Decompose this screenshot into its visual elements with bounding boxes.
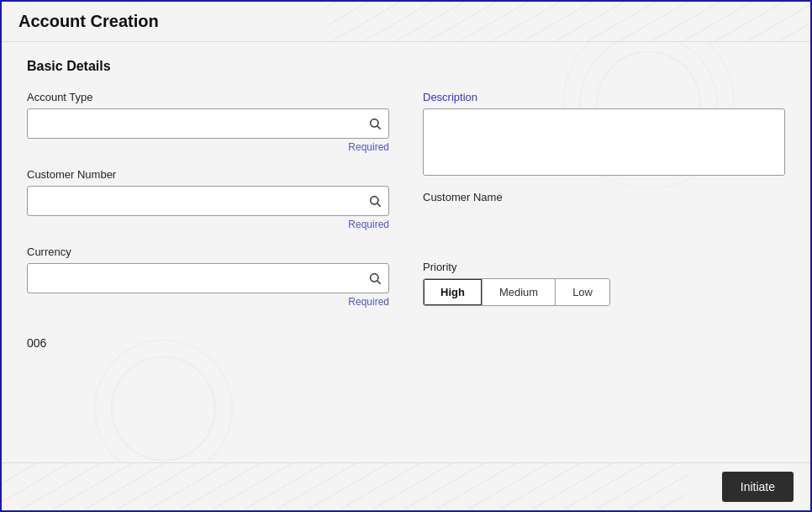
left-column: Account Type Required Custo <box>27 91 389 323</box>
customer-number-input[interactable] <box>28 187 361 215</box>
modal-container: Account Creation Basic Details Account T… <box>0 0 812 512</box>
form-content: Basic Details Account Type <box>2 42 810 462</box>
search-icon <box>368 272 382 285</box>
priority-low-button[interactable]: Low <box>556 279 609 305</box>
search-icon <box>368 117 382 130</box>
account-type-group: Account Type Required <box>27 91 389 153</box>
record-id: 006 <box>27 336 785 350</box>
svg-point-0 <box>371 119 378 127</box>
priority-high-button[interactable]: High <box>424 279 482 305</box>
customer-name-display <box>423 208 785 239</box>
right-column: Description Customer Name Priority High … <box>423 91 785 323</box>
account-type-required: Required <box>27 141 389 153</box>
customer-number-required: Required <box>27 219 389 230</box>
account-type-input-wrapper <box>27 108 389 139</box>
svg-line-3 <box>377 203 381 207</box>
modal-header: Account Creation <box>2 2 810 42</box>
currency-search-button[interactable] <box>361 272 388 285</box>
customer-name-label: Customer Name <box>423 191 785 203</box>
customer-number-search-button[interactable] <box>361 194 388 208</box>
currency-label: Currency <box>27 245 389 258</box>
customer-name-group: Customer Name <box>423 191 785 239</box>
account-type-search-button[interactable] <box>361 117 388 130</box>
form-grid: Account Type Required Custo <box>27 91 785 323</box>
initiate-button[interactable]: Initiate <box>722 472 794 502</box>
svg-line-5 <box>377 281 381 284</box>
currency-input-wrapper <box>27 263 389 293</box>
description-label: Description <box>423 91 785 103</box>
svg-point-4 <box>371 274 378 282</box>
priority-medium-button[interactable]: Medium <box>482 279 556 305</box>
currency-required: Required <box>27 296 389 308</box>
customer-number-group: Customer Number Required <box>27 168 389 230</box>
currency-group: Currency Required <box>27 245 389 308</box>
search-icon <box>368 194 382 208</box>
description-group: Description <box>423 91 785 176</box>
account-type-label: Account Type <box>27 91 389 103</box>
svg-point-2 <box>371 197 378 204</box>
svg-line-1 <box>377 126 381 129</box>
currency-input[interactable] <box>28 264 361 293</box>
account-type-input[interactable] <box>28 109 361 138</box>
priority-label: Priority <box>423 261 785 273</box>
customer-number-input-wrapper <box>27 186 389 216</box>
page-title: Account Creation <box>18 12 159 30</box>
priority-group: Priority High Medium Low <box>423 261 785 306</box>
description-textarea[interactable] <box>423 108 785 176</box>
modal-footer: Initiate <box>2 462 810 510</box>
customer-number-label: Customer Number <box>27 168 389 181</box>
section-title: Basic Details <box>27 59 785 74</box>
priority-button-group: High Medium Low <box>423 278 610 306</box>
